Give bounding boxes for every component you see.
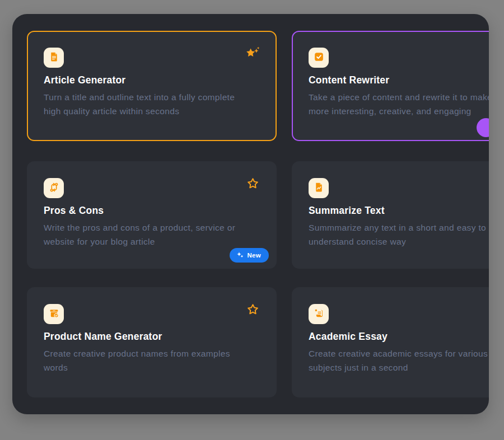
tool-icon-tile	[44, 304, 64, 324]
tool-card-article-generator[interactable]: Article Generator Turn a title and outli…	[27, 31, 277, 141]
card-description: Create creative product names from examp…	[44, 347, 230, 375]
tool-card-content-rewriter[interactable]: Content Rewriter Take a piece of content…	[292, 31, 489, 141]
purple-cursor-dot	[477, 118, 489, 137]
tool-card-pros-and-cons[interactable]: Pros & Cons Write the pros and cons of a…	[27, 161, 277, 269]
card-title: Academic Essay	[309, 331, 388, 343]
tool-icon-tile	[309, 48, 329, 68]
checkbox-icon	[313, 51, 325, 65]
article-document-icon	[48, 51, 60, 65]
summary-document-icon	[313, 181, 325, 195]
new-badge: New	[230, 248, 269, 263]
card-description: Summmarize any text in a short and easy …	[309, 221, 486, 249]
card-title: Pros & Cons	[44, 205, 104, 217]
tool-card-product-name-generator[interactable]: Product Name Generator Create creative p…	[27, 287, 277, 397]
tool-card-academic-essay[interactable]: Academic Essay Create creative academic …	[292, 287, 489, 397]
scroll-icon	[313, 307, 325, 321]
card-description: Turn a title and outline text into a ful…	[44, 90, 235, 118]
card-description: Take a piece of content and rewrite it t…	[309, 90, 489, 118]
card-description: Write the pros and cons of a product, se…	[44, 221, 235, 249]
favorite-star-outline-icon[interactable]	[245, 303, 260, 316]
card-title: Product Name Generator	[44, 331, 162, 343]
tool-icon-tile	[309, 304, 329, 324]
favorite-star-outline-icon[interactable]	[245, 177, 260, 190]
card-title: Content Rewriter	[309, 74, 389, 86]
package-check-icon	[48, 307, 60, 321]
card-title: Article Generator	[44, 74, 125, 86]
tool-card-summarize-text[interactable]: Summarize Text Summmarize any text in a …	[292, 161, 489, 269]
tool-icon-tile	[44, 178, 64, 198]
tool-icon-tile	[309, 178, 329, 198]
new-badge-label: New	[247, 252, 261, 259]
swap-arrows-icon	[48, 181, 60, 195]
tool-icon-tile	[44, 48, 64, 68]
tools-grid-panel: Article Generator Turn a title and outli…	[12, 14, 489, 414]
card-description: Create creative academic essays for vari…	[309, 347, 488, 375]
card-title: Summarize Text	[309, 205, 385, 217]
favorite-star-filled-icon[interactable]	[245, 46, 260, 60]
sparkle-icon	[236, 251, 244, 259]
